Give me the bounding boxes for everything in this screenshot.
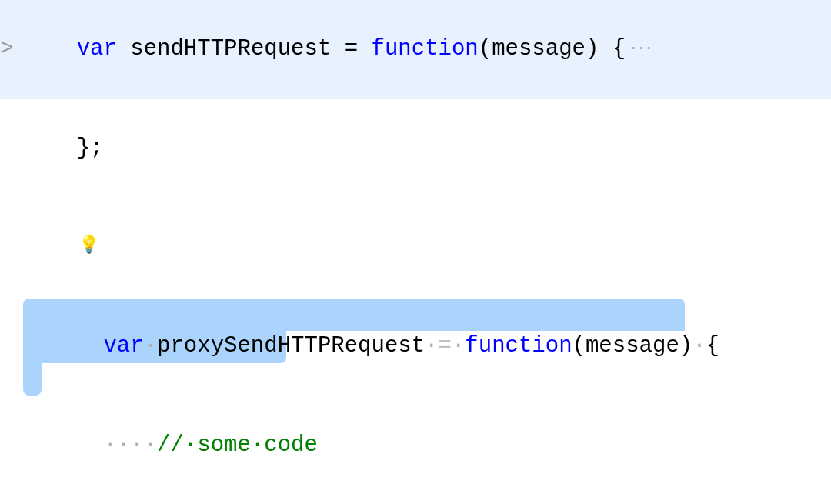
code-line-selected[interactable]: var·proxySendHTTPRequest·=·function(mess…	[0, 297, 831, 396]
identifier: sendHTTPRequest	[130, 36, 331, 62]
keyword-var: var	[77, 36, 117, 62]
code-line[interactable]: };	[0, 99, 831, 199]
keyword-function: function	[372, 36, 479, 62]
identifier: proxySendHTTPRequest	[157, 333, 425, 359]
comment: //·some·code	[157, 432, 318, 458]
gutter-prompt: >	[0, 33, 23, 66]
code-line-selected[interactable]: ····//·some·code	[0, 396, 831, 496]
keyword-var: var	[103, 333, 143, 359]
code-line[interactable]: >var sendHTTPRequest = function(message)…	[0, 0, 831, 99]
code-editor[interactable]: >var sendHTTPRequest = function(message)…	[0, 0, 831, 504]
fold-icon[interactable]: ···	[629, 39, 652, 57]
code-line-selected[interactable]: }	[0, 496, 831, 504]
code-line[interactable]: 💡	[0, 198, 831, 297]
keyword-function: function	[465, 333, 572, 359]
lightbulb-icon[interactable]: 💡	[78, 234, 99, 259]
